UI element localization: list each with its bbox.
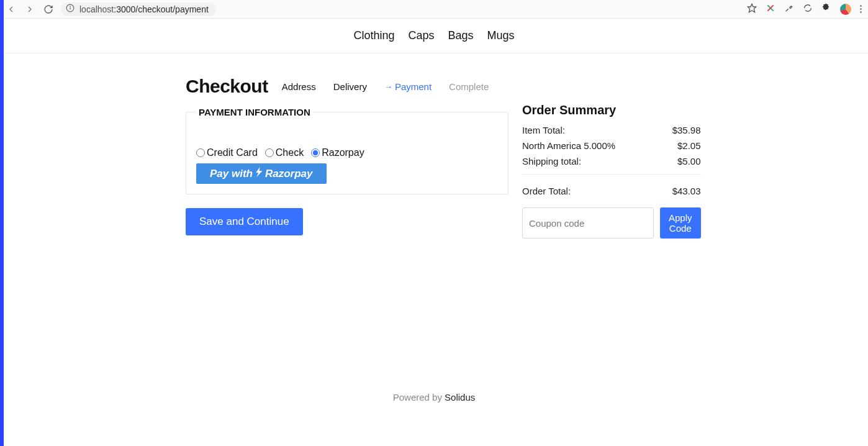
razorpay-pay-button[interactable]: Pay with Razorpay — [196, 163, 327, 184]
apply-code-button[interactable]: Apply Code — [660, 207, 701, 239]
site-nav: Clothing Caps Bags Mugs — [0, 19, 868, 53]
svg-point-2 — [70, 6, 71, 7]
payment-fieldset: PAYMENT INFORMATION Credit Card Check Ra… — [186, 107, 509, 194]
tax-label: North America 5.000% — [522, 140, 615, 151]
nav-bags[interactable]: Bags — [448, 29, 474, 42]
payment-credit-card-label: Credit Card — [207, 147, 258, 158]
footer-brand[interactable]: Solidus — [445, 392, 475, 403]
step-payment[interactable]: → Payment — [384, 81, 432, 92]
step-delivery[interactable]: Delivery — [333, 81, 367, 92]
payment-credit-card[interactable]: Credit Card — [196, 147, 258, 158]
payment-check-radio[interactable] — [265, 148, 274, 157]
order-summary-title: Order Summary — [522, 103, 701, 117]
payment-check-label: Check — [276, 147, 304, 158]
nav-clothing[interactable]: Clothing — [353, 29, 394, 42]
kebab-menu-icon[interactable] — [860, 5, 862, 13]
star-icon[interactable] — [747, 3, 757, 16]
profile-avatar-icon[interactable] — [840, 4, 851, 15]
item-total-value: $35.98 — [672, 125, 701, 135]
payment-legend: PAYMENT INFORMATION — [196, 107, 313, 117]
address-bar[interactable]: localhost:3000/checkout/payment — [61, 2, 216, 16]
extensions-puzzle-icon[interactable] — [821, 3, 831, 16]
razorpay-bolt-icon — [254, 167, 263, 180]
payment-credit-card-radio[interactable] — [196, 148, 205, 157]
svg-marker-6 — [255, 167, 263, 177]
order-total-label: Order Total: — [522, 186, 571, 196]
payment-razorpay[interactable]: Razorpay — [311, 147, 364, 158]
footer: Powered by Solidus — [0, 392, 868, 403]
window-left-accent — [0, 0, 4, 446]
razorpay-prefix: Pay with — [210, 168, 253, 180]
back-icon[interactable] — [6, 4, 16, 14]
tax-value: $2.05 — [677, 140, 701, 151]
payment-razorpay-radio[interactable] — [311, 148, 320, 157]
summary-separator — [522, 174, 701, 175]
extension-sync-icon[interactable] — [803, 3, 813, 16]
eyedropper-icon[interactable] — [784, 3, 794, 16]
shipping-value: $5.00 — [677, 156, 701, 166]
svg-marker-3 — [748, 4, 756, 12]
line-tax: North America 5.000% $2.05 — [522, 140, 701, 151]
step-address[interactable]: Address — [282, 81, 316, 92]
step-payment-label: Payment — [395, 81, 432, 92]
line-shipping: Shipping total: $5.00 — [522, 156, 701, 166]
item-total-label: Item Total: — [522, 125, 565, 135]
nav-caps[interactable]: Caps — [408, 29, 434, 42]
line-order-total: Order Total: $43.03 — [522, 186, 701, 196]
checkout-steps: Address Delivery → Payment Complete — [282, 81, 489, 92]
razorpay-brand: Razorpay — [265, 168, 313, 180]
coupon-code-input[interactable] — [522, 207, 654, 239]
step-complete: Complete — [449, 81, 489, 92]
payment-razorpay-label: Razorpay — [322, 147, 364, 158]
shipping-label: Shipping total: — [522, 156, 581, 166]
site-info-icon[interactable] — [66, 4, 75, 14]
arrow-right-icon: → — [384, 82, 392, 91]
payment-check[interactable]: Check — [265, 147, 304, 158]
save-continue-button[interactable]: Save and Continue — [186, 208, 303, 235]
forward-icon[interactable] — [25, 4, 35, 14]
page-title: Checkout — [186, 76, 268, 97]
reload-icon[interactable] — [43, 4, 53, 14]
browser-toolbar: localhost:3000/checkout/payment — [0, 0, 868, 19]
order-total-value: $43.03 — [672, 186, 701, 196]
line-item-total: Item Total: $35.98 — [522, 125, 701, 135]
extension-x-icon[interactable] — [766, 3, 775, 16]
footer-prefix: Powered by — [393, 392, 445, 403]
url-text: localhost:3000/checkout/payment — [79, 4, 209, 14]
nav-mugs[interactable]: Mugs — [487, 29, 515, 42]
